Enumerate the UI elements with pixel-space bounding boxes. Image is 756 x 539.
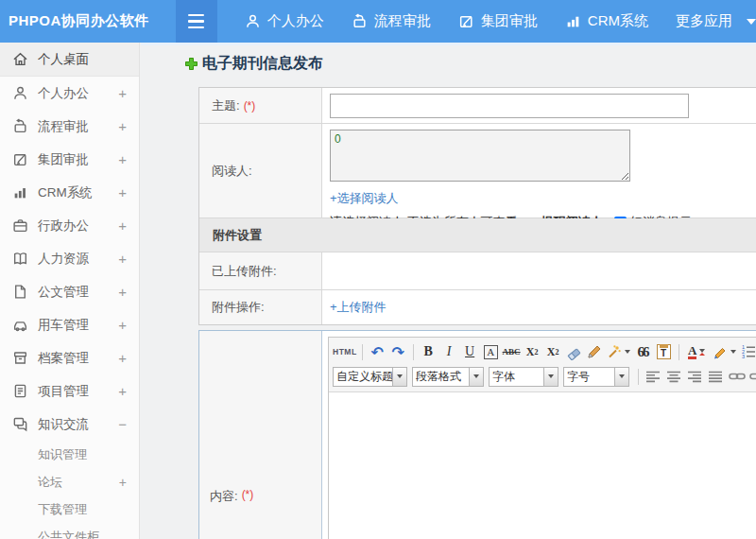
font-style-box-button[interactable]: A — [481, 342, 501, 362]
sidebar-subitem-forum[interactable]: 论坛 + — [0, 468, 139, 496]
expand-plus[interactable]: + — [118, 118, 127, 134]
expand-plus[interactable]: + — [118, 217, 127, 234]
heading-select[interactable]: 自定义标题 — [333, 367, 407, 387]
sidebar: 个人桌面 个人办公 + 流程审批 + 集团审批 + CRM系统 + 行政办公 + — [0, 43, 140, 539]
uploaded-attachments-row: 已上传附件: — [199, 252, 756, 290]
sidebar-item-vehicle-mgmt[interactable]: 用车管理 + — [0, 308, 139, 341]
nav-workflow-approval[interactable]: 流程审批 — [352, 12, 431, 30]
sidebar-item-desktop[interactable]: 个人桌面 — [0, 43, 139, 77]
upload-attachment-link[interactable]: +上传附件 — [330, 299, 387, 316]
workflow-icon — [352, 13, 368, 29]
redo-button[interactable]: ↷ — [388, 342, 408, 362]
ordered-list-icon[interactable]: 123 — [739, 342, 756, 362]
expand-plus[interactable]: + — [118, 184, 127, 200]
chevron-down-icon — [469, 368, 483, 386]
rich-text-editor: HTML ↶ ↷ B I U A ABC X2 X2 — [328, 337, 756, 539]
expand-plus[interactable]: + — [119, 475, 127, 490]
briefcase-icon — [12, 217, 28, 234]
nav-group-approval[interactable]: 集团审批 — [458, 12, 538, 30]
collapse-minus[interactable]: − — [118, 416, 127, 432]
nav-crm[interactable]: CRM系统 — [565, 12, 648, 30]
expand-plus[interactable]: + — [118, 85, 127, 101]
sidebar-item-hr[interactable]: 人力资源 + — [0, 242, 139, 275]
expand-plus[interactable]: + — [118, 251, 127, 267]
publish-form: 主题: (*) 阅读人: 0 +选择阅读人 请选择阅读人,不选为所有人可查看 提… — [198, 87, 756, 539]
person-icon — [12, 85, 28, 101]
font-family-select[interactable]: 字体 — [489, 367, 558, 387]
content-row: 内容: (*) HTML ↶ ↷ B I — [198, 330, 756, 539]
expand-plus[interactable]: + — [118, 151, 127, 167]
align-justify-icon[interactable] — [706, 367, 726, 387]
editor-content-area[interactable] — [329, 392, 756, 539]
expand-plus[interactable]: + — [118, 383, 127, 399]
highlight-pen-icon[interactable] — [711, 342, 738, 362]
sidebar-subitem-knowledge-mgmt[interactable]: 知识管理 — [0, 441, 139, 468]
paste-text-button[interactable]: T — [654, 342, 674, 362]
expand-plus[interactable]: + — [118, 317, 127, 333]
sidebar-item-knowledge-exchange[interactable]: 知识交流 − — [0, 408, 139, 441]
nav-personal-office[interactable]: 个人办公 — [245, 12, 324, 30]
sidebar-item-crm[interactable]: CRM系统 + — [0, 176, 139, 209]
strikethrough-button[interactable]: ABC — [502, 342, 522, 362]
align-right-icon[interactable] — [685, 367, 705, 387]
workflow-icon — [12, 118, 28, 134]
blockquote-button[interactable]: 66 — [633, 342, 653, 362]
superscript-button[interactable]: X2 — [523, 342, 542, 362]
sidebar-item-personal-office[interactable]: 个人办公 + — [0, 77, 139, 110]
form-table: 主题: (*) 阅读人: 0 +选择阅读人 请选择阅读人,不选为所有人可查看 提… — [198, 87, 756, 325]
edit-icon — [12, 151, 28, 167]
choose-readers-link[interactable]: +选择阅读人 — [330, 190, 399, 207]
top-header: PHPOA协同办公软件 个人办公 流程审批 集团审批 CRM系统 — [0, 0, 756, 43]
chevron-down-icon — [543, 368, 558, 386]
attachment-operation-row: 附件操作: +上传附件 — [199, 290, 756, 324]
align-center-icon[interactable] — [664, 367, 684, 387]
expand-plus[interactable]: + — [118, 350, 127, 366]
format-brush-icon[interactable] — [585, 342, 605, 362]
sidebar-item-workflow-approval[interactable]: 流程审批 + — [0, 110, 139, 143]
eraser-icon[interactable] — [564, 342, 584, 362]
sidebar-item-admin-office[interactable]: 行政办公 + — [0, 209, 139, 242]
unlink-icon[interactable] — [747, 367, 756, 387]
subscript-button[interactable]: X2 — [543, 342, 563, 362]
subject-input[interactable] — [330, 94, 689, 118]
chevron-down-icon[interactable] — [747, 19, 756, 25]
font-size-select[interactable]: 字号 — [563, 367, 629, 387]
chevron-down-icon — [730, 350, 736, 354]
link-icon[interactable] — [727, 367, 747, 387]
paragraph-format-select[interactable]: 段落格式 — [412, 367, 484, 387]
nav-more-apps[interactable]: 更多应用 — [676, 12, 732, 30]
bar-chart-icon — [565, 13, 581, 29]
clipboard-icon — [12, 383, 28, 399]
content-label: 内容: — [210, 488, 238, 505]
sidebar-item-group-approval[interactable]: 集团审批 + — [0, 143, 139, 176]
uploaded-attachments-value — [322, 252, 756, 289]
expand-plus[interactable]: + — [118, 284, 127, 300]
document-icon — [12, 284, 28, 300]
chat-bubbles-icon — [12, 416, 28, 432]
uploaded-label: 已上传附件: — [212, 263, 277, 280]
readers-textarea[interactable]: 0 — [330, 130, 630, 182]
app-title: PHPOA协同办公软件 — [0, 12, 176, 30]
edit-icon — [458, 13, 474, 29]
sidebar-item-archive-mgmt[interactable]: 档案管理 + — [0, 341, 139, 374]
font-color-button[interactable]: A — [684, 342, 710, 362]
sidebar-subitem-download-mgmt[interactable]: 下载管理 — [0, 496, 139, 523]
person-icon — [245, 13, 261, 29]
readers-row: 阅读人: 0 +选择阅读人 请选择阅读人,不选为所有人可查看 提醒阅读人: 短消… — [199, 124, 756, 218]
sidebar-item-document-mgmt[interactable]: 公文管理 + — [0, 275, 139, 308]
html-source-button[interactable]: HTML — [333, 342, 357, 362]
italic-button[interactable]: I — [439, 342, 459, 362]
autotypeset-wand-icon[interactable] — [606, 342, 632, 362]
bold-button[interactable]: B — [419, 342, 438, 362]
undo-button[interactable]: ↶ — [368, 342, 387, 362]
sidebar-item-project-mgmt[interactable]: 项目管理 + — [0, 374, 139, 408]
underline-button[interactable]: U — [460, 342, 480, 362]
bar-chart-icon — [12, 184, 28, 200]
align-left-icon[interactable] — [644, 367, 663, 387]
menu-toggle-button[interactable] — [176, 0, 217, 43]
sidebar-subitem-public-file-cabinet[interactable]: 公共文件柜 — [0, 523, 139, 539]
plus-green-icon — [184, 57, 198, 71]
svg-text:3: 3 — [742, 354, 745, 359]
attachment-section-header: 附件设置 — [199, 218, 756, 252]
car-icon — [12, 317, 28, 333]
